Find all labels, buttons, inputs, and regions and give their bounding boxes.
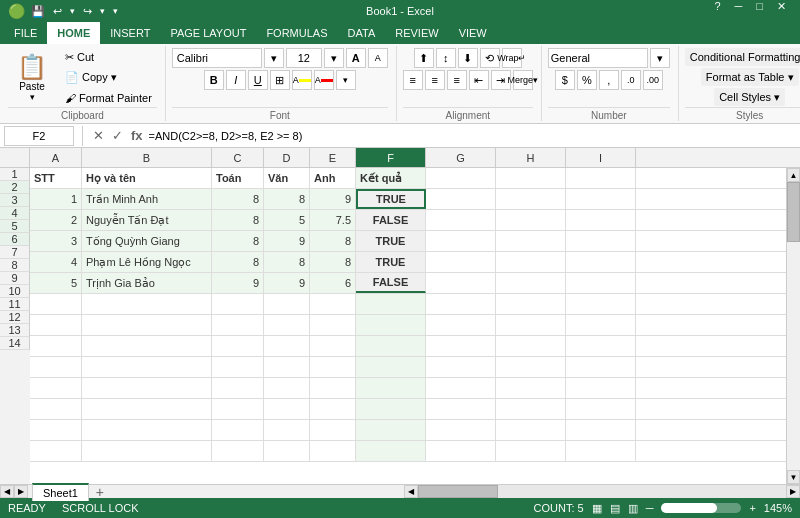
tab-pagelayout[interactable]: PAGE LAYOUT (160, 22, 256, 44)
fill-color-button[interactable]: A (292, 70, 312, 90)
cell-e11[interactable] (310, 378, 356, 398)
quick-save[interactable]: 💾 (29, 5, 47, 18)
confirm-formula-icon[interactable]: ✓ (110, 128, 125, 143)
row-header-11[interactable]: 11 (0, 298, 30, 311)
cell-d2[interactable]: 8 (264, 189, 310, 209)
cell-e8[interactable] (310, 315, 356, 335)
cell-a9[interactable] (30, 336, 82, 356)
restore-button[interactable]: □ (750, 0, 769, 22)
cell-b7[interactable] (82, 294, 212, 314)
cell-h3[interactable] (496, 210, 566, 230)
cell-e6[interactable]: 6 (310, 273, 356, 293)
formula-input[interactable] (149, 126, 796, 146)
cell-i5[interactable] (566, 252, 636, 272)
scroll-up-button[interactable]: ▲ (787, 168, 800, 182)
help-button[interactable]: ? (708, 0, 726, 22)
cell-g10[interactable] (426, 357, 496, 377)
scroll-left-tab-button[interactable]: ◀ (0, 485, 14, 498)
tab-review[interactable]: REVIEW (385, 22, 448, 44)
cell-h2[interactable] (496, 189, 566, 209)
cell-d8[interactable] (264, 315, 310, 335)
font-color-button[interactable]: A (314, 70, 334, 90)
cell-d11[interactable] (264, 378, 310, 398)
cell-c10[interactable] (212, 357, 264, 377)
h-scroll-left-button[interactable]: ◀ (404, 485, 418, 498)
cell-g1[interactable] (426, 168, 496, 188)
align-right-button[interactable]: ≡ (447, 70, 467, 90)
cell-b11[interactable] (82, 378, 212, 398)
cell-h8[interactable] (496, 315, 566, 335)
cell-b10[interactable] (82, 357, 212, 377)
scroll-right-tab-button[interactable]: ▶ (14, 485, 28, 498)
paste-button[interactable]: 📋 Paste ▾ (8, 52, 56, 104)
row-header-7[interactable]: 7 (0, 246, 30, 259)
cell-h4[interactable] (496, 231, 566, 251)
cell-f1[interactable]: Kết quả (356, 168, 426, 188)
cell-e4[interactable]: 8 (310, 231, 356, 251)
cell-i13[interactable] (566, 420, 636, 440)
row-header-6[interactable]: 6 (0, 233, 30, 246)
cell-h10[interactable] (496, 357, 566, 377)
font-color-dropdown[interactable]: ▾ (336, 70, 356, 90)
align-center-button[interactable]: ≡ (425, 70, 445, 90)
cell-b13[interactable] (82, 420, 212, 440)
row-header-8[interactable]: 8 (0, 259, 30, 272)
minimize-button[interactable]: ─ (729, 0, 749, 22)
vertical-scrollbar[interactable]: ▲ ▼ (786, 168, 800, 484)
cell-g7[interactable] (426, 294, 496, 314)
cell-f12[interactable] (356, 399, 426, 419)
cell-e1[interactable]: Anh (310, 168, 356, 188)
col-header-i[interactable]: I (566, 148, 636, 167)
cell-b6[interactable]: Trịnh Gia Bảo (82, 273, 212, 293)
align-bottom-button[interactable]: ⬇ (458, 48, 478, 68)
cell-a5[interactable]: 4 (30, 252, 82, 272)
align-middle-button[interactable]: ↕ (436, 48, 456, 68)
cell-a8[interactable] (30, 315, 82, 335)
cell-d10[interactable] (264, 357, 310, 377)
view-layout-icon[interactable]: ▤ (610, 502, 620, 515)
copy-button[interactable]: 📄 Copy ▾ (60, 69, 157, 87)
cell-a11[interactable] (30, 378, 82, 398)
cell-a1[interactable]: STT (30, 168, 82, 188)
cell-f4[interactable]: TRUE (356, 231, 426, 251)
cell-a4[interactable]: 3 (30, 231, 82, 251)
cell-b3[interactable]: Nguyễn Tấn Đạt (82, 210, 212, 230)
cell-i9[interactable] (566, 336, 636, 356)
cell-e2[interactable]: 9 (310, 189, 356, 209)
percent-button[interactable]: $ (555, 70, 575, 90)
cell-b8[interactable] (82, 315, 212, 335)
zoom-in-button[interactable]: + (749, 502, 755, 514)
cell-h1[interactable] (496, 168, 566, 188)
col-header-g[interactable]: G (426, 148, 496, 167)
cell-d4[interactable]: 9 (264, 231, 310, 251)
cell-g2[interactable] (426, 189, 496, 209)
cell-i3[interactable] (566, 210, 636, 230)
close-button[interactable]: ✕ (771, 0, 792, 22)
cell-f2[interactable]: TRUE (356, 189, 426, 209)
cell-c13[interactable] (212, 420, 264, 440)
number-format-dropdown[interactable]: ▾ (650, 48, 670, 68)
italic-button[interactable]: I (226, 70, 246, 90)
tab-insert[interactable]: INSERT (100, 22, 160, 44)
cell-b9[interactable] (82, 336, 212, 356)
cell-b12[interactable] (82, 399, 212, 419)
cell-i7[interactable] (566, 294, 636, 314)
cell-f7[interactable] (356, 294, 426, 314)
increase-font-button[interactable]: A (346, 48, 366, 68)
cell-e5[interactable]: 8 (310, 252, 356, 272)
col-header-a[interactable]: A (30, 148, 82, 167)
cell-c1[interactable]: Toán (212, 168, 264, 188)
cell-h5[interactable] (496, 252, 566, 272)
cell-b1[interactable]: Họ và tên (82, 168, 212, 188)
zoom-out-button[interactable]: ─ (646, 502, 654, 514)
tab-formulas[interactable]: FORMULAS (256, 22, 337, 44)
cell-i4[interactable] (566, 231, 636, 251)
cell-f3[interactable]: FALSE (356, 210, 426, 230)
view-normal-icon[interactable]: ▦ (592, 502, 602, 515)
comma-button[interactable]: , (599, 70, 619, 90)
customize-arrow[interactable]: ▾ (111, 6, 120, 16)
quick-undo[interactable]: ↩ (51, 5, 64, 18)
cell-styles-button[interactable]: Cell Styles ▾ (714, 88, 785, 106)
col-header-f[interactable]: F (356, 148, 426, 167)
insert-function-icon[interactable]: fx (129, 128, 145, 143)
